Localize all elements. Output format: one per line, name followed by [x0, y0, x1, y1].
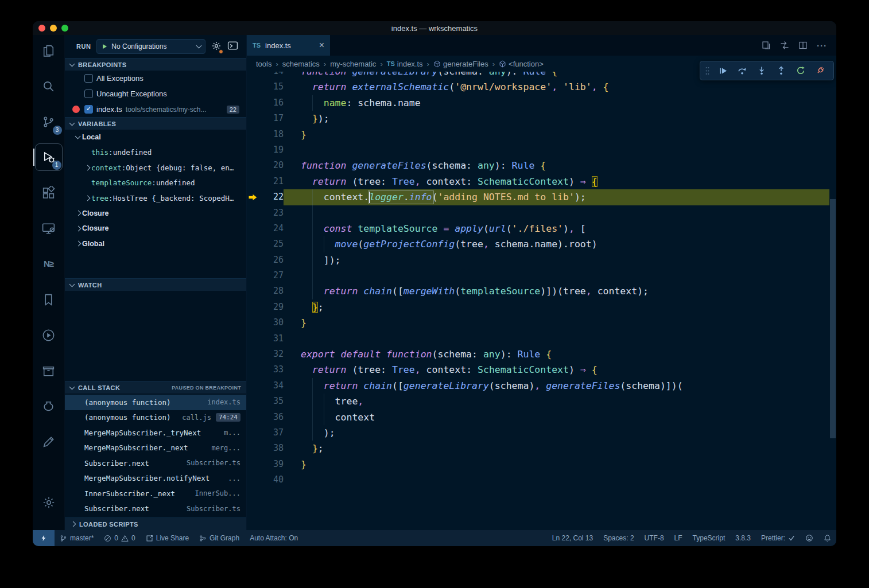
titlebar[interactable]: index.ts — wrkschematics — [33, 21, 836, 35]
code-line-27[interactable]: 27 — [247, 268, 829, 283]
line-number[interactable]: 34 — [261, 378, 284, 394]
code-line-24[interactable]: 24 const templateSource = apply(url('./f… — [247, 221, 829, 236]
line-number[interactable]: 38 — [261, 441, 284, 456]
step-into-button[interactable] — [752, 62, 771, 79]
activity-item-extensions[interactable] — [35, 179, 63, 207]
activity-item-remote-explorer[interactable] — [35, 215, 63, 242]
variable-row-context[interactable]: context: Object {debug: false, en… — [65, 160, 246, 176]
code-line-37[interactable]: 37 ); — [247, 425, 829, 441]
open-changes-button[interactable] — [762, 41, 771, 50]
code-line-25[interactable]: 25 move(getProjectConfig(tree, schema.na… — [247, 236, 829, 252]
breadcrumb-indexts[interactable]: TSindex.ts — [387, 60, 423, 68]
gutter-glyph[interactable] — [247, 394, 261, 409]
code-line-23[interactable]: 23 — [247, 205, 829, 221]
gutter-glyph[interactable] — [247, 221, 261, 236]
code-line-28[interactable]: 28 return chain([mergeWith(templateSourc… — [247, 283, 829, 299]
code-line-22[interactable]: 22 context.logger.info('adding NOTES.md … — [247, 189, 829, 205]
activity-item-package[interactable] — [35, 357, 63, 384]
line-number[interactable]: 17 — [261, 111, 284, 126]
breakpoint-item[interactable]: index.tstools/schematics/my-sch...22 — [65, 102, 246, 117]
code-line-40[interactable]: 40 — [247, 472, 829, 488]
step-over-button[interactable] — [732, 62, 752, 79]
gutter-glyph[interactable] — [247, 174, 261, 189]
code-line-20[interactable]: 20function generateFiles(schema: any): R… — [247, 158, 829, 173]
line-number[interactable]: 20 — [261, 158, 284, 173]
status-item-notifications[interactable] — [818, 530, 836, 546]
minimize-window-button[interactable] — [50, 25, 57, 32]
variable-row-Global[interactable]: Global — [65, 236, 246, 252]
line-number[interactable]: 37 — [261, 425, 284, 441]
code-line-17[interactable]: 17 }); — [247, 111, 829, 126]
variables-section-header[interactable]: VARIABLES — [65, 117, 246, 130]
activity-item-run-debug[interactable]: 1 — [35, 143, 63, 171]
variable-row-Local[interactable]: Local — [65, 130, 246, 145]
code-line-38[interactable]: 38 }; — [247, 441, 829, 456]
code-line-35[interactable]: 35 tree, — [247, 394, 829, 409]
gutter-glyph[interactable] — [247, 299, 261, 315]
breadcrumb-myschematic[interactable]: my-schematic — [330, 60, 376, 68]
gutter-glyph[interactable] — [247, 252, 261, 268]
gutter-glyph[interactable] — [247, 472, 261, 488]
scrollbar-thumb[interactable] — [830, 199, 836, 438]
code-line-21[interactable]: 21 return (tree: Tree, context: Schemati… — [247, 174, 829, 189]
status-item-live-share[interactable]: Live Share — [141, 530, 194, 546]
status-item-problems[interactable]: 00 — [99, 530, 140, 546]
status-item-git-graph[interactable]: Git Graph — [194, 530, 245, 546]
disconnect-button[interactable] — [810, 62, 830, 79]
gutter-glyph[interactable] — [247, 79, 261, 95]
variable-row-tree[interactable]: tree: HostTree {_backend: ScopedH… — [65, 190, 246, 206]
line-number[interactable]: 31 — [261, 331, 284, 346]
line-number[interactable]: 27 — [261, 268, 284, 283]
code-line-32[interactable]: 32export default function(schema: any): … — [247, 346, 829, 362]
breadcrumb-tools[interactable]: tools — [256, 60, 271, 68]
callstack-frame[interactable]: MergeMapSubscriber.notifyNext... — [65, 471, 246, 486]
activity-item-source-control[interactable]: 3 — [35, 108, 63, 135]
call-stack-section-header[interactable]: CALL STACK PAUSED ON BREAKPOINT — [65, 381, 246, 394]
breakpoint-checkbox[interactable] — [84, 89, 93, 98]
code-line-31[interactable]: 31 — [247, 331, 829, 346]
status-item-eol[interactable]: LF — [669, 530, 688, 546]
activity-item-nx-console[interactable]: N≥ — [35, 250, 63, 278]
line-number[interactable]: 22 — [261, 189, 284, 205]
gutter-glyph[interactable] — [247, 268, 261, 283]
gutter-glyph[interactable] — [247, 425, 261, 441]
zoom-window-button[interactable] — [61, 25, 68, 32]
step-out-button[interactable] — [771, 62, 791, 79]
line-number[interactable]: 18 — [261, 127, 284, 142]
split-editor-button[interactable] — [798, 41, 808, 50]
activity-item-explorer[interactable] — [35, 37, 63, 64]
code-line-26[interactable]: 26 ]); — [247, 252, 829, 268]
activity-item-edit[interactable] — [35, 428, 63, 455]
code-line-18[interactable]: 18} — [247, 127, 829, 142]
breakpoint-item[interactable]: All Exceptions — [65, 71, 246, 86]
breadcrumb-schematics[interactable]: schematics — [282, 60, 320, 68]
compare-button[interactable] — [780, 41, 789, 50]
line-number[interactable]: 25 — [261, 236, 284, 252]
variable-row-Closure[interactable]: Closure — [65, 206, 246, 221]
variable-row-templateSource[interactable]: templateSource: undefined — [65, 176, 246, 191]
line-number[interactable]: 21 — [261, 174, 284, 189]
gutter-glyph[interactable] — [247, 142, 261, 158]
loaded-scripts-section-header[interactable]: LOADED SCRIPTS — [65, 517, 246, 530]
status-item-feedback[interactable] — [800, 530, 818, 546]
restart-button[interactable] — [791, 62, 810, 79]
gripper-icon[interactable] — [705, 66, 710, 76]
gutter-glyph[interactable] — [247, 95, 261, 111]
gutter-glyph[interactable] — [247, 457, 261, 472]
gutter-glyph[interactable] — [247, 362, 261, 377]
code-editor[interactable]: 14function generateLibrary(schema: any):… — [247, 72, 836, 530]
status-item-ts-version[interactable]: 3.8.3 — [730, 530, 756, 546]
line-number[interactable]: 28 — [261, 283, 284, 299]
line-number[interactable]: 40 — [261, 472, 284, 488]
continue-button[interactable] — [713, 62, 732, 79]
activity-item-bookmarks[interactable] — [35, 286, 63, 313]
more-actions-button[interactable]: ··· — [817, 41, 827, 50]
manage-button[interactable] — [35, 489, 63, 516]
status-item-indentation[interactable]: Spaces: 2 — [598, 530, 639, 546]
gutter-glyph[interactable] — [247, 346, 261, 362]
gutter-glyph[interactable] — [247, 378, 261, 394]
variable-row-this[interactable]: this: undefined — [65, 145, 246, 161]
callstack-frame[interactable]: MergeMapSubscriber._tryNextm... — [65, 425, 246, 441]
activity-item-search[interactable] — [35, 72, 63, 100]
status-item-language-mode[interactable]: TypeScript — [688, 530, 731, 546]
